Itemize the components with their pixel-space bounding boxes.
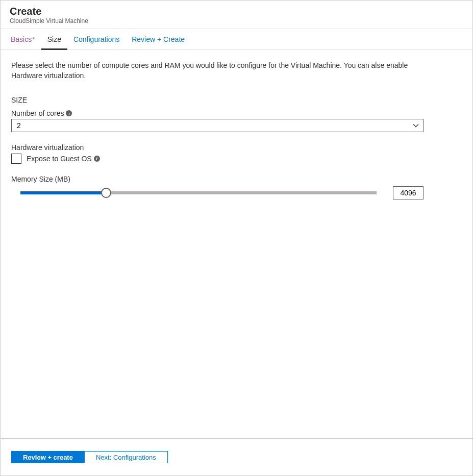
tab-review-create[interactable]: Review + Create: [126, 29, 191, 50]
intro-text: Please select the number of compute core…: [11, 60, 409, 81]
expose-guest-os-checkbox[interactable]: [11, 154, 21, 164]
section-title-size: SIZE: [11, 96, 462, 104]
cores-label: Number of cores: [11, 109, 462, 117]
tab-basics[interactable]: Basics*: [5, 29, 41, 50]
info-icon[interactable]: [66, 110, 72, 116]
slider-thumb[interactable]: [101, 188, 111, 198]
slider-track: [20, 191, 377, 194]
expose-guest-os-label: Expose to Guest OS: [27, 155, 100, 163]
tab-configurations[interactable]: Configurations: [67, 29, 126, 50]
page-header: Create CloudSimple Virtual Machine: [1, 1, 472, 29]
slider-fill: [20, 191, 106, 194]
tab-bar: Basics* Size Configurations Review + Cre…: [1, 29, 472, 50]
checkbox-label-text: Expose to Guest OS: [27, 155, 92, 163]
tab-label: Review + Create: [132, 35, 185, 43]
memory-size-label: Memory Size (MB): [11, 175, 462, 183]
create-page: Create CloudSimple Virtual Machine Basic…: [0, 0, 473, 476]
memory-value-input[interactable]: [393, 186, 424, 199]
required-asterisk: *: [32, 35, 35, 43]
tab-size[interactable]: Size: [41, 29, 67, 50]
tab-label: Size: [47, 35, 61, 43]
cores-select-wrap: 2: [11, 119, 424, 132]
memory-slider-group: [11, 186, 424, 199]
content-area: Please select the number of compute core…: [1, 50, 472, 438]
hw-virtualization-label: Hardware virtualization: [11, 143, 462, 152]
next-configurations-button[interactable]: Next: Configurations: [84, 451, 168, 463]
page-subtitle: CloudSimple Virtual Machine: [10, 17, 463, 24]
footer-actions: Review + create Next: Configurations: [1, 438, 472, 475]
tab-label: Configurations: [73, 35, 119, 43]
expose-guest-os-row: Expose to Guest OS: [11, 154, 462, 164]
memory-slider[interactable]: [11, 188, 382, 198]
cores-select[interactable]: 2: [11, 119, 424, 132]
info-icon[interactable]: [94, 156, 100, 162]
tab-label: Basics: [11, 35, 32, 43]
page-title: Create: [10, 5, 463, 18]
review-create-button[interactable]: Review + create: [11, 451, 85, 463]
cores-label-text: Number of cores: [11, 109, 64, 117]
